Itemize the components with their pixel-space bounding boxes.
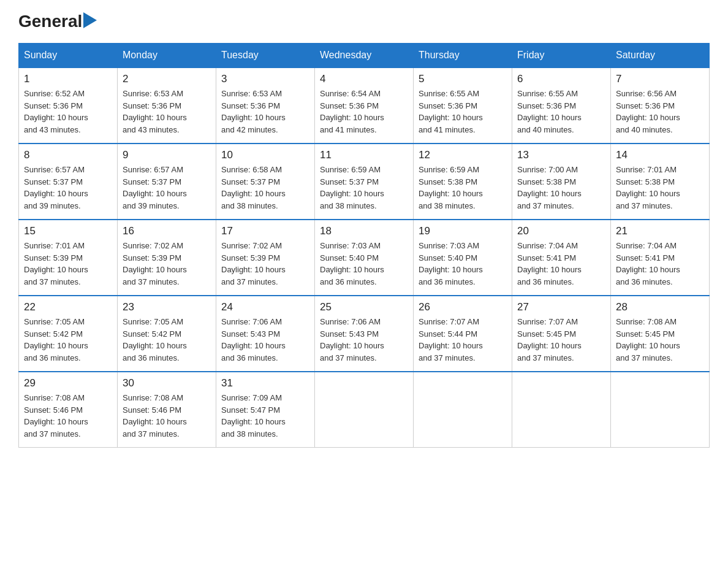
day-number: 26 — [419, 301, 507, 313]
day-info: Sunrise: 7:01 AMSunset: 5:39 PMDaylight:… — [24, 240, 112, 288]
day-number: 16 — [123, 225, 211, 237]
weekday-header-friday: Friday — [512, 44, 611, 68]
day-info: Sunrise: 6:54 AMSunset: 5:36 PMDaylight:… — [320, 88, 408, 136]
day-info: Sunrise: 7:04 AMSunset: 5:41 PMDaylight:… — [517, 240, 605, 288]
day-number: 22 — [24, 301, 112, 313]
calendar-cell: 9Sunrise: 6:57 AMSunset: 5:37 PMDaylight… — [118, 144, 216, 220]
day-info: Sunrise: 6:55 AMSunset: 5:36 PMDaylight:… — [517, 88, 605, 136]
day-number: 12 — [419, 149, 507, 161]
day-info: Sunrise: 6:59 AMSunset: 5:38 PMDaylight:… — [419, 164, 507, 212]
calendar-cell: 16Sunrise: 7:02 AMSunset: 5:39 PMDayligh… — [118, 220, 216, 296]
day-number: 5 — [419, 73, 507, 85]
day-number: 17 — [221, 225, 309, 237]
calendar-cell: 25Sunrise: 7:06 AMSunset: 5:43 PMDayligh… — [315, 296, 414, 372]
calendar-week-row: 8Sunrise: 6:57 AMSunset: 5:37 PMDaylight… — [19, 144, 710, 220]
day-info: Sunrise: 6:58 AMSunset: 5:37 PMDaylight:… — [221, 164, 309, 212]
day-number: 23 — [123, 301, 211, 313]
day-number: 15 — [24, 225, 112, 237]
calendar-cell: 27Sunrise: 7:07 AMSunset: 5:45 PMDayligh… — [512, 296, 611, 372]
day-info: Sunrise: 7:09 AMSunset: 5:47 PMDaylight:… — [221, 392, 309, 440]
day-info: Sunrise: 6:59 AMSunset: 5:37 PMDaylight:… — [320, 164, 408, 212]
day-number: 7 — [616, 73, 704, 85]
calendar-cell — [512, 372, 611, 448]
day-number: 2 — [123, 73, 211, 85]
day-number: 10 — [221, 149, 309, 161]
calendar-week-row: 22Sunrise: 7:05 AMSunset: 5:42 PMDayligh… — [19, 296, 710, 372]
calendar-cell: 12Sunrise: 6:59 AMSunset: 5:38 PMDayligh… — [414, 144, 512, 220]
calendar-cell: 21Sunrise: 7:04 AMSunset: 5:41 PMDayligh… — [611, 220, 710, 296]
day-number: 30 — [123, 377, 211, 389]
weekday-header-saturday: Saturday — [611, 44, 710, 68]
day-number: 1 — [24, 73, 112, 85]
calendar-cell: 30Sunrise: 7:08 AMSunset: 5:46 PMDayligh… — [118, 372, 216, 448]
day-number: 28 — [616, 301, 704, 313]
calendar-cell: 18Sunrise: 7:03 AMSunset: 5:40 PMDayligh… — [315, 220, 414, 296]
svg-marker-0 — [83, 12, 97, 28]
calendar-cell: 3Sunrise: 6:53 AMSunset: 5:36 PMDaylight… — [216, 67, 315, 144]
calendar-header: SundayMondayTuesdayWednesdayThursdayFrid… — [19, 44, 710, 68]
day-number: 4 — [320, 73, 408, 85]
day-info: Sunrise: 7:03 AMSunset: 5:40 PMDaylight:… — [419, 240, 507, 288]
day-info: Sunrise: 6:53 AMSunset: 5:36 PMDaylight:… — [221, 88, 309, 136]
day-number: 14 — [616, 149, 704, 161]
day-info: Sunrise: 6:52 AMSunset: 5:36 PMDaylight:… — [24, 88, 112, 136]
calendar-body: 1Sunrise: 6:52 AMSunset: 5:36 PMDaylight… — [19, 67, 710, 448]
day-number: 18 — [320, 225, 408, 237]
calendar-cell: 13Sunrise: 7:00 AMSunset: 5:38 PMDayligh… — [512, 144, 611, 220]
day-info: Sunrise: 7:01 AMSunset: 5:38 PMDaylight:… — [616, 164, 704, 212]
day-info: Sunrise: 7:02 AMSunset: 5:39 PMDaylight:… — [123, 240, 211, 288]
day-info: Sunrise: 7:08 AMSunset: 5:46 PMDaylight:… — [123, 392, 211, 440]
calendar-cell: 6Sunrise: 6:55 AMSunset: 5:36 PMDaylight… — [512, 67, 611, 144]
weekday-header-thursday: Thursday — [414, 44, 512, 68]
calendar-cell: 15Sunrise: 7:01 AMSunset: 5:39 PMDayligh… — [19, 220, 118, 296]
calendar-cell: 20Sunrise: 7:04 AMSunset: 5:41 PMDayligh… — [512, 220, 611, 296]
calendar-table: SundayMondayTuesdayWednesdayThursdayFrid… — [18, 43, 710, 448]
day-info: Sunrise: 6:55 AMSunset: 5:36 PMDaylight:… — [419, 88, 507, 136]
calendar-cell — [611, 372, 710, 448]
day-number: 9 — [123, 149, 211, 161]
day-info: Sunrise: 6:57 AMSunset: 5:37 PMDaylight:… — [123, 164, 211, 212]
day-info: Sunrise: 7:04 AMSunset: 5:41 PMDaylight:… — [616, 240, 704, 288]
calendar-cell: 8Sunrise: 6:57 AMSunset: 5:37 PMDaylight… — [19, 144, 118, 220]
day-info: Sunrise: 6:56 AMSunset: 5:36 PMDaylight:… — [616, 88, 704, 136]
day-info: Sunrise: 7:07 AMSunset: 5:45 PMDaylight:… — [517, 316, 605, 364]
calendar-cell: 29Sunrise: 7:08 AMSunset: 5:46 PMDayligh… — [19, 372, 118, 448]
calendar-cell: 10Sunrise: 6:58 AMSunset: 5:37 PMDayligh… — [216, 144, 315, 220]
logo-general: General — [18, 13, 82, 30]
calendar-week-row: 29Sunrise: 7:08 AMSunset: 5:46 PMDayligh… — [19, 372, 710, 448]
day-info: Sunrise: 7:05 AMSunset: 5:42 PMDaylight:… — [123, 316, 211, 364]
calendar-cell: 28Sunrise: 7:08 AMSunset: 5:45 PMDayligh… — [611, 296, 710, 372]
calendar-cell: 1Sunrise: 6:52 AMSunset: 5:36 PMDaylight… — [19, 67, 118, 144]
day-info: Sunrise: 7:06 AMSunset: 5:43 PMDaylight:… — [320, 316, 408, 364]
calendar-cell: 2Sunrise: 6:53 AMSunset: 5:36 PMDaylight… — [118, 67, 216, 144]
day-info: Sunrise: 7:02 AMSunset: 5:39 PMDaylight:… — [221, 240, 309, 288]
logo-arrow-icon — [83, 12, 97, 28]
page-header: General — [18, 12, 710, 32]
calendar-cell: 26Sunrise: 7:07 AMSunset: 5:44 PMDayligh… — [414, 296, 512, 372]
day-number: 24 — [221, 301, 309, 313]
day-number: 6 — [517, 73, 605, 85]
day-info: Sunrise: 7:00 AMSunset: 5:38 PMDaylight:… — [517, 164, 605, 212]
calendar-cell: 17Sunrise: 7:02 AMSunset: 5:39 PMDayligh… — [216, 220, 315, 296]
calendar-cell: 7Sunrise: 6:56 AMSunset: 5:36 PMDaylight… — [611, 67, 710, 144]
calendar-cell: 31Sunrise: 7:09 AMSunset: 5:47 PMDayligh… — [216, 372, 315, 448]
day-info: Sunrise: 7:05 AMSunset: 5:42 PMDaylight:… — [24, 316, 112, 364]
day-info: Sunrise: 7:06 AMSunset: 5:43 PMDaylight:… — [221, 316, 309, 364]
calendar-week-row: 15Sunrise: 7:01 AMSunset: 5:39 PMDayligh… — [19, 220, 710, 296]
day-info: Sunrise: 7:08 AMSunset: 5:46 PMDaylight:… — [24, 392, 112, 440]
weekday-header-row: SundayMondayTuesdayWednesdayThursdayFrid… — [19, 44, 710, 68]
day-info: Sunrise: 7:07 AMSunset: 5:44 PMDaylight:… — [419, 316, 507, 364]
weekday-header-monday: Monday — [118, 44, 216, 68]
calendar-cell: 22Sunrise: 7:05 AMSunset: 5:42 PMDayligh… — [19, 296, 118, 372]
calendar-week-row: 1Sunrise: 6:52 AMSunset: 5:36 PMDaylight… — [19, 67, 710, 144]
logo: General — [18, 12, 97, 32]
calendar-cell: 11Sunrise: 6:59 AMSunset: 5:37 PMDayligh… — [315, 144, 414, 220]
weekday-header-tuesday: Tuesday — [216, 44, 315, 68]
day-number: 21 — [616, 225, 704, 237]
day-number: 13 — [517, 149, 605, 161]
day-number: 8 — [24, 149, 112, 161]
day-number: 11 — [320, 149, 408, 161]
day-number: 3 — [221, 73, 309, 85]
weekday-header-wednesday: Wednesday — [315, 44, 414, 68]
calendar-cell — [414, 372, 512, 448]
